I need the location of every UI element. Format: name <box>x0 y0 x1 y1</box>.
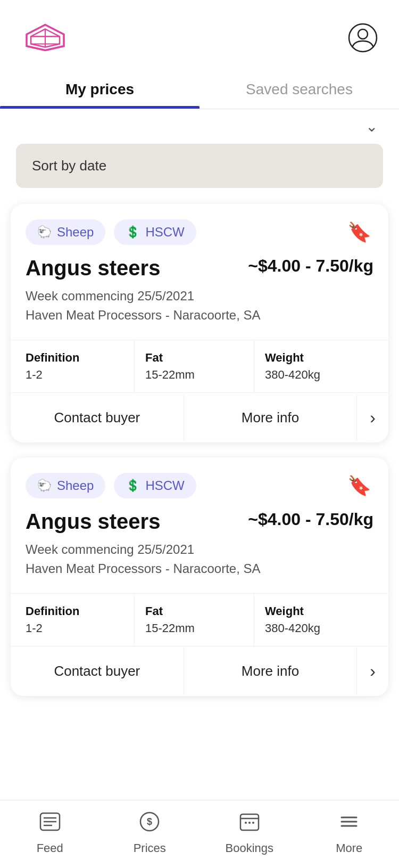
listing-week: Week commencing 25/5/2021 <box>26 540 373 559</box>
listing-card: 🐑 Sheep 💲 HSCW 🔖 Angus steers ~$4.00 - 7… <box>11 204 388 443</box>
bookmark-button[interactable]: 🔖 <box>345 219 373 245</box>
listing-title: Angus steers <box>26 256 160 280</box>
listing-price: ~$4.00 - 7.50/kg <box>248 256 373 276</box>
chevron-down-icon: ⌄ <box>365 118 378 135</box>
svg-point-15 <box>245 822 247 824</box>
svg-point-5 <box>349 24 377 52</box>
dollar-circle-icon: 💲 <box>126 225 140 239</box>
bottom-nav: Feed $ Prices Bookings <box>0 800 399 868</box>
spec-definition: Definition 1-2 <box>26 340 135 392</box>
spec-weight: Weight 380-420kg <box>254 594 373 646</box>
tag-sheep[interactable]: 🐑 Sheep <box>26 473 105 498</box>
sort-bar[interactable]: Sort by date <box>16 144 383 188</box>
svg-point-17 <box>252 822 254 824</box>
tag-sheep[interactable]: 🐑 Sheep <box>26 219 105 245</box>
nav-item-feed[interactable]: Feed <box>23 811 77 855</box>
nav-item-bookings[interactable]: Bookings <box>223 811 276 855</box>
listing-card: 🐑 Sheep 💲 HSCW 🔖 Angus steers ~$4.00 - 7… <box>11 457 388 696</box>
nav-item-prices[interactable]: $ Prices <box>123 811 176 855</box>
listing-week: Week commencing 25/5/2021 <box>26 286 373 306</box>
sort-bar-label: Sort by date <box>32 158 106 174</box>
svg-text:$: $ <box>147 816 152 827</box>
listing-price: ~$4.00 - 7.50/kg <box>248 510 373 529</box>
listing-location: Haven Meat Processors - Naracoorte, SA <box>26 306 373 325</box>
sheep-icon: 🐑 <box>37 225 52 239</box>
nav-label-bookings: Bookings <box>225 841 273 855</box>
app-header <box>0 0 399 66</box>
specs-row: Definition 1-2 Fat 15-22mm Weight 380-42… <box>11 340 388 392</box>
listing-sub-info: Week commencing 25/5/2021 Haven Meat Pro… <box>26 540 373 578</box>
listing-location: Haven Meat Processors - Naracoorte, SA <box>26 559 373 578</box>
profile-button[interactable] <box>348 23 378 54</box>
nav-label-feed: Feed <box>37 841 63 855</box>
actions-row: Contact buyer More info › <box>11 392 388 443</box>
nav-label-more: More <box>336 841 362 855</box>
specs-row: Definition 1-2 Fat 15-22mm Weight 380-42… <box>11 593 388 646</box>
tags-row: 🐑 Sheep 💲 HSCW 🔖 <box>26 472 373 499</box>
bookmark-button[interactable]: 🔖 <box>345 472 373 499</box>
listing-title: Angus steers <box>26 510 160 534</box>
contact-buyer-button[interactable]: Contact buyer <box>11 395 184 441</box>
tag-hscw[interactable]: 💲 HSCW <box>114 473 196 498</box>
chevron-down-button[interactable]: ⌄ <box>365 118 378 135</box>
logo <box>21 21 69 55</box>
nav-label-prices: Prices <box>134 841 166 855</box>
spec-fat: Fat 15-22mm <box>135 340 254 392</box>
bookmark-icon: 🔖 <box>347 221 371 243</box>
more-icon <box>337 811 361 837</box>
svg-point-16 <box>248 822 251 824</box>
tag-hscw[interactable]: 💲 HSCW <box>114 219 196 245</box>
spec-definition: Definition 1-2 <box>26 594 135 646</box>
listing-sub-info: Week commencing 25/5/2021 Haven Meat Pro… <box>26 286 373 325</box>
listing-title-row: Angus steers ~$4.00 - 7.50/kg <box>26 510 373 534</box>
bookmark-icon: 🔖 <box>347 474 371 496</box>
nav-item-more[interactable]: More <box>322 811 376 855</box>
feed-icon <box>38 811 62 837</box>
listing-title-row: Angus steers ~$4.00 - 7.50/kg <box>26 256 373 280</box>
listing-arrow-button[interactable]: › <box>357 393 388 443</box>
tab-my-prices[interactable]: My prices <box>0 66 200 109</box>
more-info-button[interactable]: More info <box>184 648 358 694</box>
filter-chevron-row: ⌄ <box>0 109 399 144</box>
bookings-icon <box>238 811 261 837</box>
arrow-right-icon: › <box>370 661 376 681</box>
contact-buyer-button[interactable]: Contact buyer <box>11 648 184 694</box>
actions-row: Contact buyer More info › <box>11 646 388 696</box>
spec-fat: Fat 15-22mm <box>135 594 254 646</box>
tags-row: 🐑 Sheep 💲 HSCW 🔖 <box>26 219 373 245</box>
spec-weight: Weight 380-420kg <box>254 340 373 392</box>
arrow-right-icon: › <box>370 408 376 427</box>
listing-arrow-button[interactable]: › <box>357 646 388 696</box>
tab-saved-searches[interactable]: Saved searches <box>200 66 399 109</box>
svg-point-6 <box>358 29 368 39</box>
prices-icon: $ <box>138 811 161 837</box>
more-info-button[interactable]: More info <box>184 395 358 441</box>
sheep-icon: 🐑 <box>37 479 52 493</box>
dollar-circle-icon: 💲 <box>126 479 140 493</box>
tabs-bar: My prices Saved searches <box>0 66 399 109</box>
